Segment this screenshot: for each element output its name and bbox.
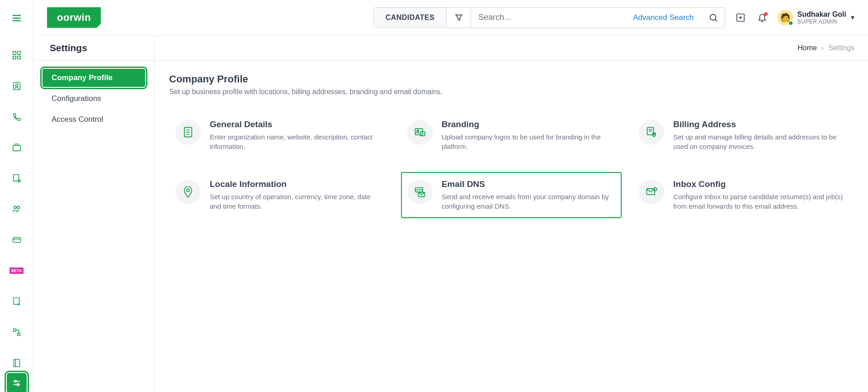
hamburger-icon[interactable]	[11, 13, 22, 24]
mail-server-icon	[407, 179, 433, 205]
notification-dot	[764, 12, 768, 16]
tile-general-details[interactable]: General Details Enter organization name,…	[169, 112, 390, 158]
search-bar: CANDIDATES Advanced Search	[373, 7, 725, 28]
breadcrumb-current: Settings	[828, 44, 854, 52]
avatar: 🧑	[778, 10, 793, 25]
tile-inbox-config[interactable]: Inbox Config Configure inbox to parse ca…	[632, 172, 854, 218]
svg-point-29	[710, 14, 716, 20]
user-name: Sudhakar Goli	[797, 10, 846, 19]
search-input[interactable]	[471, 8, 625, 28]
calls-icon[interactable]	[7, 107, 27, 127]
svg-line-30	[715, 19, 717, 21]
subnav-company-profile[interactable]: Company Profile	[42, 69, 145, 87]
tile-title: Billing Address	[673, 120, 847, 129]
tile-billing-address[interactable]: Billing Address Set up and manage billin…	[632, 112, 854, 158]
main-area: oorwin CANDIDATES Advanced Search 🧑	[33, 0, 868, 392]
tile-locale-information[interactable]: Locale Information Set up country of ope…	[169, 172, 390, 218]
svg-point-11	[18, 180, 20, 182]
tile-title: General Details	[210, 120, 384, 129]
search-scope-dropdown[interactable]: CANDIDATES	[374, 8, 447, 28]
svg-rect-6	[17, 56, 20, 59]
page-body: Company Profile Set up business profile …	[155, 61, 868, 392]
breadcrumb-home[interactable]: Home	[797, 44, 817, 52]
settings-header: Settings Home › Settings	[33, 35, 868, 61]
chevron-right-icon: ›	[821, 44, 824, 52]
settings-icon[interactable]	[7, 373, 27, 392]
book-icon[interactable]	[7, 353, 27, 373]
svg-rect-14	[13, 238, 20, 243]
notifications-bell-icon[interactable]	[756, 11, 769, 24]
search-icon[interactable]	[702, 8, 725, 28]
svg-point-44	[654, 134, 655, 135]
page-subtitle: Set up business profile with locations, …	[169, 88, 854, 96]
svg-rect-5	[13, 56, 15, 59]
candidate-icon[interactable]	[7, 76, 27, 96]
svg-rect-4	[17, 52, 20, 54]
briefcase-icon[interactable]	[7, 138, 27, 158]
page-title: Company Profile	[169, 73, 854, 85]
tiles-grid: General Details Enter organization name,…	[169, 112, 854, 218]
tile-desc: Set up and manage billing details and ad…	[673, 132, 847, 151]
presence-dot	[788, 20, 793, 26]
advanced-search-link[interactable]: Advanced Search	[625, 13, 702, 22]
tile-desc: Send and receive emails from your compan…	[442, 192, 616, 211]
svg-rect-17	[13, 329, 16, 332]
workflow-icon[interactable]	[7, 322, 27, 342]
tile-title: Locale Information	[210, 179, 384, 189]
map-pin-icon	[639, 120, 664, 145]
svg-point-12	[14, 206, 16, 209]
tile-title: Email DNS	[442, 179, 616, 189]
tile-email-dns[interactable]: Email DNS Send and receive emails from y…	[401, 172, 622, 218]
settings-title: Settings	[33, 35, 155, 60]
user-menu[interactable]: 🧑 Sudhakar Goli SUPER ADMIN ▾	[778, 10, 854, 25]
tile-branding[interactable]: Branding Upload company logos to be used…	[401, 112, 622, 158]
tile-desc: Enter organization name, website, descri…	[210, 132, 384, 151]
user-role: SUPER ADMIN	[797, 19, 846, 25]
svg-point-8	[15, 84, 18, 86]
doc-arrow-icon[interactable]	[7, 292, 27, 311]
doc-pin-icon[interactable]	[7, 168, 27, 188]
settings-subnav: Company Profile Configurations Access Co…	[33, 61, 155, 392]
mail-gear-icon	[639, 179, 664, 205]
subnav-configurations[interactable]: Configurations	[42, 90, 145, 108]
svg-rect-18	[17, 333, 20, 336]
people-icon[interactable]	[7, 199, 27, 219]
chevron-down-icon: ▾	[851, 13, 854, 22]
add-icon[interactable]	[734, 11, 747, 24]
pin-icon	[175, 179, 201, 205]
card-icon[interactable]	[7, 230, 27, 250]
image-icon	[407, 120, 433, 145]
dashboard-icon[interactable]	[7, 45, 27, 65]
beta-badge[interactable]: BETA	[7, 261, 27, 281]
content-area: Company Profile Configurations Access Co…	[33, 61, 868, 392]
svg-point-45	[187, 189, 189, 192]
breadcrumb: Home › Settings	[797, 44, 868, 52]
svg-point-13	[17, 206, 19, 209]
tile-desc: Upload company logos to be used for bran…	[442, 132, 616, 151]
topbar-actions: 🧑 Sudhakar Goli SUPER ADMIN ▾	[734, 10, 854, 25]
tile-title: Inbox Config	[673, 179, 847, 189]
svg-rect-19	[14, 359, 19, 367]
document-icon	[175, 120, 201, 145]
tile-desc: Set up country of operation, currency, t…	[210, 192, 384, 211]
tile-desc: Configure inbox to parse candidate resum…	[673, 192, 847, 211]
topbar: oorwin CANDIDATES Advanced Search 🧑	[33, 0, 868, 35]
subnav-access-control[interactable]: Access Control	[42, 110, 145, 129]
left-rail: BETA	[0, 0, 33, 392]
svg-rect-9	[13, 145, 20, 151]
tile-title: Branding	[442, 120, 616, 129]
app-logo[interactable]: oorwin	[47, 7, 101, 28]
filter-icon[interactable]	[447, 8, 471, 28]
svg-rect-3	[13, 52, 15, 54]
svg-rect-16	[13, 298, 19, 305]
